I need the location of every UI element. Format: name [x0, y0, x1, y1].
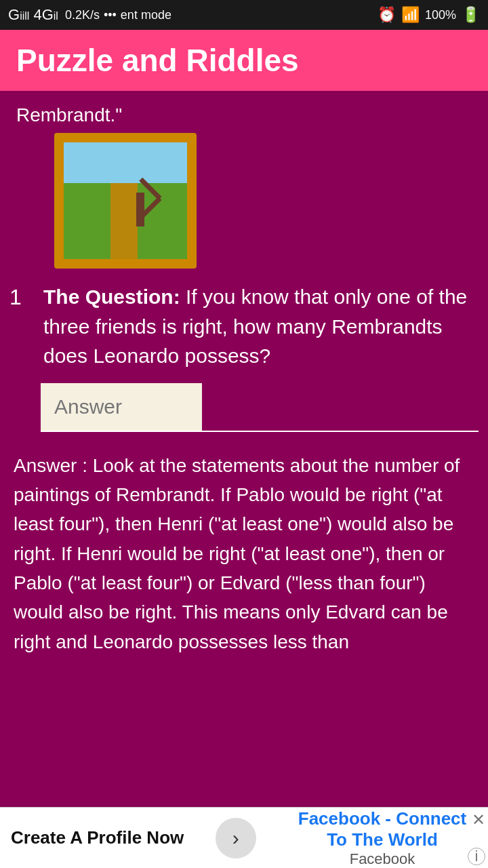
status-right: ⏰ 📶 100% 🔋 [378, 6, 480, 24]
mode-text: ent mode [121, 8, 171, 22]
main-content: Rembrandt." [0, 91, 488, 677]
scroll-content: Rembrandt." [0, 91, 488, 677]
answer-input[interactable] [41, 383, 202, 431]
carrier-signal: Giill 4Gil [8, 6, 58, 24]
wifi-icon: 📶 [401, 6, 420, 24]
painting-container [0, 133, 488, 275]
ad-info-button[interactable]: i [468, 848, 485, 865]
ad-close-button[interactable]: ✕ [472, 810, 485, 829]
data-speed: 0.2K/s [65, 8, 100, 22]
dots: ••• [104, 8, 117, 22]
ad-title: Facebook - Connect To The World [287, 808, 477, 850]
partial-text: Rembrandt." [0, 91, 488, 133]
status-bar: Giill 4Gil 0.2K/s ••• ent mode ⏰ 📶 100% … [0, 0, 488, 30]
question-label: The Question: [43, 285, 180, 308]
app-bar: Puzzle and Riddles [0, 30, 488, 91]
question-text: The Question: If you know that only one … [43, 282, 479, 371]
app-title: Puzzle and Riddles [16, 42, 299, 79]
status-left: Giill 4Gil 0.2K/s ••• ent mode [8, 6, 171, 24]
ad-subtitle: Facebook [287, 850, 477, 868]
ad-banner: Create A Profile Now › Facebook - Connec… [0, 807, 488, 868]
answer-input-container[interactable] [41, 383, 479, 432]
battery-text: 100% [425, 8, 456, 22]
battery-icon: 🔋 [462, 6, 480, 24]
ad-right-content: Facebook - Connect To The World Facebook [287, 808, 477, 868]
ad-left-text: Create A Profile Now [11, 827, 184, 850]
question-row: 1 The Question: If you know that only on… [0, 275, 488, 371]
answer-explanation: Answer : Look at the statements about th… [0, 432, 488, 671]
painting-image [54, 133, 197, 269]
ad-arrow-button[interactable]: › [216, 818, 256, 859]
question-number: 1 [9, 282, 37, 371]
alarm-icon: ⏰ [378, 6, 396, 24]
